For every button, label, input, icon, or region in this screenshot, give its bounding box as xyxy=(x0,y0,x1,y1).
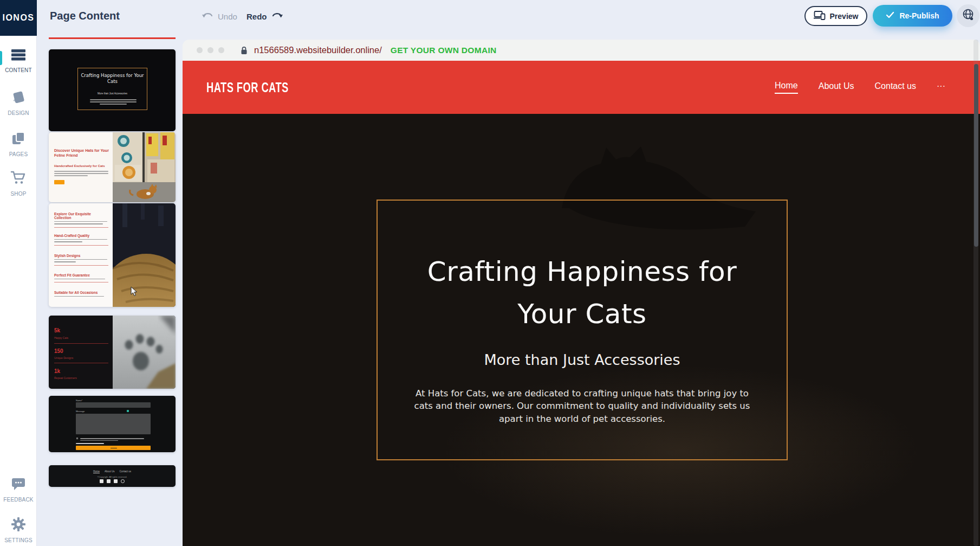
app-sidebar: IONOS CONTENT DESIGN PAGES SHOP xyxy=(0,0,37,546)
hero-title: Crafting Happiness for Your Cats xyxy=(395,250,769,335)
tabby-cat-photo xyxy=(113,203,176,307)
site-header: HATS FOR CATS Home About Us Contact us ·… xyxy=(183,61,980,114)
thumb-hero-title: Crafting Happiness for Your Cats xyxy=(78,73,147,85)
thumb-footer-link: Home xyxy=(93,470,100,473)
stat-label: Happy Cats xyxy=(54,336,68,339)
stat-value: 150 xyxy=(54,348,63,354)
hero-subtitle: More than Just Accessories xyxy=(378,351,787,368)
thumb-form-name-label: Name* xyxy=(76,399,82,402)
republish-label: Re-Publish xyxy=(899,11,939,20)
ionos-logo[interactable]: IONOS xyxy=(0,0,37,36)
sidebar-item-label: PAGES xyxy=(9,151,28,157)
preview-devices-icon xyxy=(814,10,826,22)
section-thumbnail-footer[interactable]: Home About Us Contact us ©Copyright. All… xyxy=(49,465,176,487)
section-thumbnail-stats[interactable]: 5k Happy Cats 150 Unique Designs 1k Repe… xyxy=(49,316,176,389)
website-preview: HATS FOR CATS Home About Us Contact us ·… xyxy=(183,61,980,546)
sidebar-item-pages[interactable]: PAGES xyxy=(0,131,37,157)
section-thumbnail-hero[interactable]: Crafting Happiness for Your Cats More th… xyxy=(49,49,176,131)
sidebar-item-label: FEEDBACK xyxy=(3,497,34,503)
sidebar-item-label: CONTENT xyxy=(5,67,32,73)
section-thumbnail-features[interactable]: Discover Unique Hats for Your Feline Fri… xyxy=(49,132,176,202)
nav-more-ellipsis[interactable]: ··· xyxy=(937,81,945,93)
redo-icon xyxy=(271,11,283,22)
feedback-icon xyxy=(11,476,26,493)
globe-button[interactable] xyxy=(957,4,979,27)
get-domain-link[interactable]: GET YOUR OWN DOMAIN xyxy=(391,46,497,55)
section-thumbnail-form[interactable]: Name* Message xyxy=(49,396,176,452)
undo-button[interactable]: Undo xyxy=(202,0,237,33)
undo-label: Undo xyxy=(218,12,237,21)
stat-label: Repeat Customers xyxy=(54,376,77,380)
thumb-list-heading: Explore Our Exquisite Collection xyxy=(54,212,108,220)
street-stall-photo xyxy=(113,132,176,202)
thumb-list-heading: Hand-Crafted Quality xyxy=(54,234,108,237)
thumb-list-heading: Perfect Fit Guarantee xyxy=(54,273,108,277)
stat-value: 1k xyxy=(54,368,60,374)
thumb-hero-frame: Crafting Happiness for Your Cats More th… xyxy=(77,68,147,110)
sidebar-item-label: SHOP xyxy=(10,191,26,197)
page-title: Page Content xyxy=(50,10,120,22)
nav-home[interactable]: Home xyxy=(775,81,798,94)
thumb-form-emoji-icon xyxy=(127,410,129,412)
preview-button[interactable]: Preview xyxy=(804,6,867,26)
thumb-form-checkbox xyxy=(76,438,78,439)
thumb-features-button xyxy=(54,180,64,184)
thumb-form-name-input xyxy=(76,402,151,408)
pages-icon xyxy=(11,131,26,148)
app-screen: IONOS CONTENT DESIGN PAGES SHOP xyxy=(0,0,980,546)
thumb-list-heading: Stylish Designs xyxy=(54,254,108,258)
nav-contact-us[interactable]: Contact us xyxy=(875,81,916,93)
site-url: n1566589.websitebuilder.online/ xyxy=(254,45,382,55)
content-icon xyxy=(11,48,25,64)
sidebar-item-design[interactable]: DESIGN xyxy=(0,89,37,116)
browser-window-dots xyxy=(197,47,224,53)
thumb-footer-social-icons xyxy=(49,479,176,483)
scrollbar-thumb[interactable] xyxy=(974,64,978,247)
thumb-footer-link: Contact us xyxy=(120,470,132,473)
sidebar-item-content[interactable]: CONTENT xyxy=(0,48,37,73)
redo-button[interactable]: Redo xyxy=(246,0,283,33)
hero-editable-section[interactable]: Crafting Happiness for Your Cats More th… xyxy=(377,200,788,460)
site-nav: Home About Us Contact us ··· xyxy=(775,81,945,94)
sidebar-item-feedback[interactable]: FEEDBACK xyxy=(0,476,37,503)
lock-icon xyxy=(241,46,248,55)
thumb-footer-link: About Us xyxy=(105,470,115,473)
republish-button[interactable]: Re-Publish xyxy=(873,5,952,27)
sidebar-item-settings[interactable]: SETTINGS xyxy=(0,517,37,543)
nav-about-us[interactable]: About Us xyxy=(819,81,854,93)
thumb-form-message-label: Message xyxy=(76,410,85,413)
design-icon xyxy=(11,89,26,107)
sidebar-item-shop[interactable]: SHOP xyxy=(0,170,37,197)
undo-icon xyxy=(202,11,213,22)
thumb-features-heading: Discover Unique Hats for Your Feline Fri… xyxy=(54,149,109,158)
sidebar-item-label: DESIGN xyxy=(8,110,29,116)
hero-body-text: At Hats for Cats, we are dedicated to cr… xyxy=(409,387,756,425)
thumb-form-send-button xyxy=(76,446,151,450)
thumb-hero-subtitle: More than Just Accessories xyxy=(78,92,147,95)
thumb-form-message-textarea xyxy=(76,414,151,434)
preview-label: Preview xyxy=(830,12,859,21)
sidebar-item-label: SETTINGS xyxy=(4,537,33,543)
redo-label: Redo xyxy=(246,12,267,21)
thumb-footer-copyright: ©Copyright. All rights reserved. xyxy=(49,476,176,478)
gear-icon xyxy=(11,517,26,534)
stat-label: Unique Designs xyxy=(54,356,73,359)
cart-icon xyxy=(10,170,27,188)
mouse-cursor xyxy=(131,286,138,299)
thumb-features-subheading: Handcrafted Exclusively for Cats xyxy=(54,164,109,168)
paw-print-photo xyxy=(113,316,176,389)
globe-icon xyxy=(962,8,975,23)
check-icon xyxy=(886,11,894,20)
section-thumbnail-collection[interactable]: Explore Our Exquisite Collection Hand-Cr… xyxy=(49,203,176,307)
thumb-list-heading: Suitable for All Occasions xyxy=(54,291,108,294)
stat-value: 5k xyxy=(54,327,60,333)
browser-chrome-bar: n1566589.websitebuilder.online/ GET YOUR… xyxy=(183,40,980,61)
site-brand[interactable]: HATS FOR CATS xyxy=(206,79,289,95)
panel-tab-indicator xyxy=(49,37,176,39)
